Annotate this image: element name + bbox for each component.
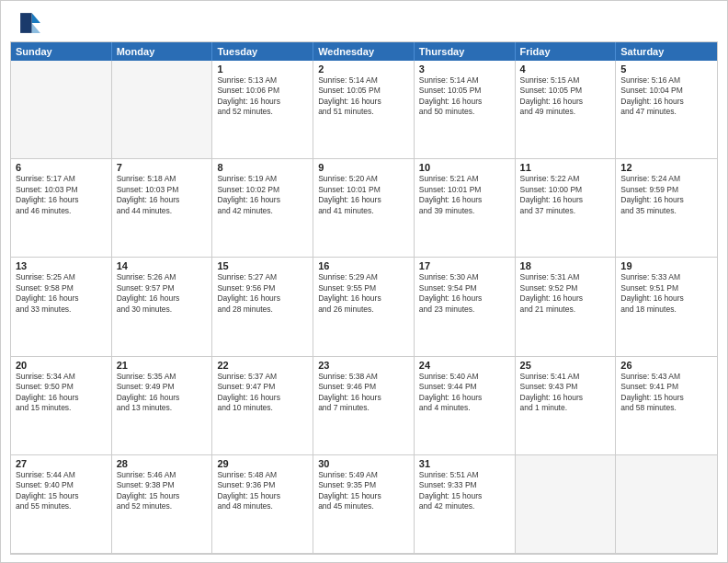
day-header-monday: Monday xyxy=(112,42,213,61)
day-number: 13 xyxy=(16,260,107,271)
day-cell-29: 29Sunrise: 5:48 AMSunset: 9:36 PMDayligh… xyxy=(212,455,313,554)
day-number: 11 xyxy=(520,162,611,173)
day-cell-17: 17Sunrise: 5:30 AMSunset: 9:54 PMDayligh… xyxy=(415,258,516,356)
day-number: 3 xyxy=(419,63,510,75)
day-info: Sunrise: 5:16 AMSunset: 10:04 PMDaylight… xyxy=(620,75,712,118)
day-cell-9: 9Sunrise: 5:20 AMSunset: 10:01 PMDayligh… xyxy=(313,159,415,258)
day-number: 12 xyxy=(620,162,712,173)
day-info: Sunrise: 5:25 AMSunset: 9:58 PMDaylight:… xyxy=(16,272,107,315)
day-number: 14 xyxy=(117,260,208,271)
day-cell-7: 7Sunrise: 5:18 AMSunset: 10:03 PMDayligh… xyxy=(112,159,213,258)
day-header-tuesday: Tuesday xyxy=(212,42,313,61)
header xyxy=(1,1,727,41)
day-cell-12: 12Sunrise: 5:24 AMSunset: 9:59 PMDayligh… xyxy=(616,159,717,258)
logo xyxy=(17,10,47,36)
empty-cell xyxy=(616,455,717,554)
day-number: 21 xyxy=(117,360,208,371)
svg-rect-2 xyxy=(20,13,31,33)
day-info: Sunrise: 5:43 AMSunset: 9:41 PMDaylight:… xyxy=(620,372,712,414)
day-info: Sunrise: 5:27 AMSunset: 9:56 PMDaylight:… xyxy=(217,272,308,315)
empty-cell xyxy=(112,61,213,159)
day-cell-2: 2Sunrise: 5:14 AMSunset: 10:05 PMDayligh… xyxy=(313,61,415,159)
day-cell-19: 19Sunrise: 5:33 AMSunset: 9:51 PMDayligh… xyxy=(616,258,717,356)
day-info: Sunrise: 5:24 AMSunset: 9:59 PMDaylight:… xyxy=(620,174,712,216)
day-number: 4 xyxy=(520,63,611,75)
day-cell-14: 14Sunrise: 5:26 AMSunset: 9:57 PMDayligh… xyxy=(112,258,213,356)
day-cell-11: 11Sunrise: 5:22 AMSunset: 10:00 PMDaylig… xyxy=(516,159,617,258)
day-headers: SundayMondayTuesdayWednesdayThursdayFrid… xyxy=(11,42,717,61)
day-cell-10: 10Sunrise: 5:21 AMSunset: 10:01 PMDaylig… xyxy=(415,159,516,258)
day-cell-6: 6Sunrise: 5:17 AMSunset: 10:03 PMDayligh… xyxy=(11,159,112,258)
day-header-thursday: Thursday xyxy=(415,42,516,61)
day-number: 2 xyxy=(318,63,409,75)
day-info: Sunrise: 5:14 AMSunset: 10:05 PMDaylight… xyxy=(419,75,510,118)
day-number: 18 xyxy=(520,260,611,271)
day-number: 29 xyxy=(217,458,308,469)
day-info: Sunrise: 5:34 AMSunset: 9:50 PMDaylight:… xyxy=(16,372,107,414)
day-info: Sunrise: 5:21 AMSunset: 10:01 PMDaylight… xyxy=(419,174,510,216)
day-info: Sunrise: 5:51 AMSunset: 9:33 PMDaylight:… xyxy=(419,470,510,512)
day-number: 7 xyxy=(117,162,208,173)
day-info: Sunrise: 5:31 AMSunset: 9:52 PMDaylight:… xyxy=(520,272,611,315)
day-number: 27 xyxy=(16,458,107,469)
day-header-wednesday: Wednesday xyxy=(313,42,415,61)
day-number: 6 xyxy=(16,162,107,173)
day-info: Sunrise: 5:13 AMSunset: 10:06 PMDaylight… xyxy=(217,75,308,118)
day-number: 5 xyxy=(620,63,712,75)
day-cell-16: 16Sunrise: 5:29 AMSunset: 9:55 PMDayligh… xyxy=(313,258,415,356)
day-number: 23 xyxy=(318,360,409,371)
day-info: Sunrise: 5:35 AMSunset: 9:49 PMDaylight:… xyxy=(117,372,208,414)
day-header-friday: Friday xyxy=(516,42,617,61)
day-number: 17 xyxy=(419,260,510,271)
day-header-saturday: Saturday xyxy=(616,42,717,61)
day-header-sunday: Sunday xyxy=(11,42,112,61)
day-number: 1 xyxy=(217,63,308,75)
day-info: Sunrise: 5:18 AMSunset: 10:03 PMDaylight… xyxy=(117,174,208,216)
day-info: Sunrise: 5:46 AMSunset: 9:38 PMDaylight:… xyxy=(117,470,208,512)
day-info: Sunrise: 5:37 AMSunset: 9:47 PMDaylight:… xyxy=(217,372,308,414)
day-number: 9 xyxy=(318,162,409,173)
day-info: Sunrise: 5:49 AMSunset: 9:35 PMDaylight:… xyxy=(318,470,409,512)
empty-cell xyxy=(11,61,112,159)
day-cell-21: 21Sunrise: 5:35 AMSunset: 9:49 PMDayligh… xyxy=(112,357,213,455)
day-cell-23: 23Sunrise: 5:38 AMSunset: 9:46 PMDayligh… xyxy=(313,357,415,455)
day-number: 24 xyxy=(419,360,510,371)
day-number: 8 xyxy=(217,162,308,173)
day-number: 25 xyxy=(520,360,611,371)
calendar-grid: 1Sunrise: 5:13 AMSunset: 10:06 PMDayligh… xyxy=(11,61,717,554)
day-number: 16 xyxy=(318,260,409,271)
day-cell-8: 8Sunrise: 5:19 AMSunset: 10:02 PMDayligh… xyxy=(212,159,313,258)
day-info: Sunrise: 5:29 AMSunset: 9:55 PMDaylight:… xyxy=(318,272,409,315)
day-cell-13: 13Sunrise: 5:25 AMSunset: 9:58 PMDayligh… xyxy=(11,258,112,356)
day-info: Sunrise: 5:44 AMSunset: 9:40 PMDaylight:… xyxy=(16,470,107,512)
svg-marker-1 xyxy=(32,23,40,33)
day-info: Sunrise: 5:48 AMSunset: 9:36 PMDaylight:… xyxy=(217,470,308,512)
day-cell-27: 27Sunrise: 5:44 AMSunset: 9:40 PMDayligh… xyxy=(11,455,112,554)
day-info: Sunrise: 5:20 AMSunset: 10:01 PMDaylight… xyxy=(318,174,409,216)
day-cell-15: 15Sunrise: 5:27 AMSunset: 9:56 PMDayligh… xyxy=(212,258,313,356)
day-cell-26: 26Sunrise: 5:43 AMSunset: 9:41 PMDayligh… xyxy=(616,357,717,455)
day-number: 15 xyxy=(217,260,308,271)
day-number: 28 xyxy=(117,458,208,469)
day-info: Sunrise: 5:19 AMSunset: 10:02 PMDaylight… xyxy=(217,174,308,216)
day-cell-24: 24Sunrise: 5:40 AMSunset: 9:44 PMDayligh… xyxy=(415,357,516,455)
day-info: Sunrise: 5:33 AMSunset: 9:51 PMDaylight:… xyxy=(620,272,712,315)
day-info: Sunrise: 5:26 AMSunset: 9:57 PMDaylight:… xyxy=(117,272,208,315)
day-info: Sunrise: 5:22 AMSunset: 10:00 PMDaylight… xyxy=(520,174,611,216)
day-number: 31 xyxy=(419,458,510,469)
day-info: Sunrise: 5:15 AMSunset: 10:05 PMDaylight… xyxy=(520,75,611,118)
day-cell-18: 18Sunrise: 5:31 AMSunset: 9:52 PMDayligh… xyxy=(516,258,617,356)
day-cell-28: 28Sunrise: 5:46 AMSunset: 9:38 PMDayligh… xyxy=(112,455,213,554)
day-cell-31: 31Sunrise: 5:51 AMSunset: 9:33 PMDayligh… xyxy=(415,455,516,554)
day-number: 19 xyxy=(620,260,712,271)
day-info: Sunrise: 5:38 AMSunset: 9:46 PMDaylight:… xyxy=(318,372,409,414)
day-number: 20 xyxy=(16,360,107,371)
empty-cell xyxy=(516,455,617,554)
day-cell-25: 25Sunrise: 5:41 AMSunset: 9:43 PMDayligh… xyxy=(516,357,617,455)
day-cell-4: 4Sunrise: 5:15 AMSunset: 10:05 PMDayligh… xyxy=(516,61,617,159)
day-number: 10 xyxy=(419,162,510,173)
svg-marker-0 xyxy=(32,13,40,23)
day-cell-1: 1Sunrise: 5:13 AMSunset: 10:06 PMDayligh… xyxy=(212,61,313,159)
logo-icon xyxy=(17,10,43,36)
day-info: Sunrise: 5:40 AMSunset: 9:44 PMDaylight:… xyxy=(419,372,510,414)
